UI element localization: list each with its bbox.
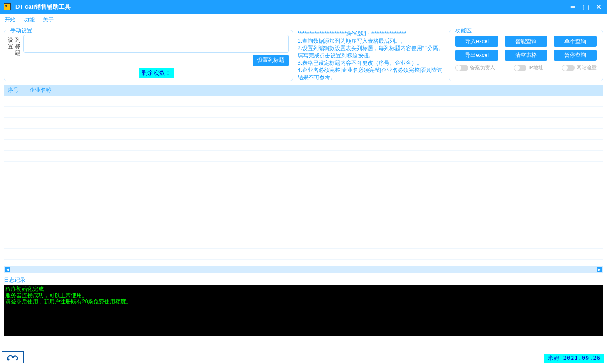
close-button[interactable]: ✕ <box>595 4 602 10</box>
titlebar: DT call销售辅助工具 ━ ▢ ✕ <box>0 0 607 14</box>
remaining-count: 剩余次数： <box>139 68 174 78</box>
scroll-left-icon[interactable]: ◄ <box>5 267 10 272</box>
menubar: 开始 功能 关于 <box>0 14 607 26</box>
instructions-panel: *****************************操作说明：******… <box>296 30 446 81</box>
set-label: 设置 <box>8 35 13 78</box>
window-title: DT call销售辅助工具 <box>15 3 570 11</box>
log-line: 服务器连接成功，可以正常使用。 <box>5 292 602 298</box>
col-title-label: 列标题 <box>15 35 20 78</box>
col-index: 序号 <box>8 86 19 94</box>
toggle-ip-address[interactable]: IP地址 <box>514 64 543 71</box>
vendor-logo <box>2 351 24 363</box>
single-query-button[interactable]: 单个查询 <box>554 36 597 47</box>
import-excel-button[interactable]: 导入excel <box>455 36 498 47</box>
func-legend: 功能区 <box>454 27 474 35</box>
log-line: 请登录后使用，新用户注册既有20条免费使用额度。 <box>5 298 602 305</box>
minimize-button[interactable]: ━ <box>570 4 576 10</box>
manual-settings-panel: 手动设置 设置 列标题 设置列标题 剩余次数： <box>4 30 293 81</box>
function-panel: 功能区 导入excel 智能查询 单个查询 导出excel 清空表格 暂停查询 … <box>449 30 603 81</box>
data-table: 序号 企业名称 ◄ ► <box>4 85 603 273</box>
horizontal-scrollbar[interactable]: ◄ ► <box>4 266 603 273</box>
toggle-record-person[interactable]: 备案负责人 <box>455 64 495 71</box>
statusbar: 米姆 2021.09.26 <box>0 351 607 364</box>
scroll-right-icon[interactable]: ► <box>597 267 602 272</box>
menu-about[interactable]: 关于 <box>43 16 54 24</box>
pause-query-button[interactable]: 暂停查询 <box>554 50 597 61</box>
table-body[interactable] <box>4 96 603 266</box>
set-column-title-button[interactable]: 设置列标题 <box>253 55 289 66</box>
menu-func[interactable]: 功能 <box>24 16 35 24</box>
log-legend: 日志记录 <box>4 276 603 285</box>
clear-table-button[interactable]: 清空表格 <box>505 50 547 61</box>
status-text: 米姆 2021.09.26 <box>544 354 604 363</box>
table-header: 序号 企业名称 <box>4 85 603 96</box>
log-console: 程序初始化完成 服务器连接成功，可以正常使用。 请登录后使用，新用户注册既有20… <box>4 285 603 336</box>
menu-start[interactable]: 开始 <box>5 16 15 24</box>
toggle-site-traffic[interactable]: 网站流量 <box>562 64 597 71</box>
col-company: 企业名称 <box>30 86 51 94</box>
export-excel-button[interactable]: 导出excel <box>455 50 498 61</box>
maximize-button[interactable]: ▢ <box>582 4 589 10</box>
log-line: 程序初始化完成 <box>5 286 602 292</box>
app-icon <box>4 3 11 10</box>
column-title-input[interactable] <box>23 35 289 53</box>
svg-point-0 <box>7 359 10 361</box>
manual-legend: 手动设置 <box>9 27 34 35</box>
smart-query-button[interactable]: 智能查询 <box>505 36 547 47</box>
